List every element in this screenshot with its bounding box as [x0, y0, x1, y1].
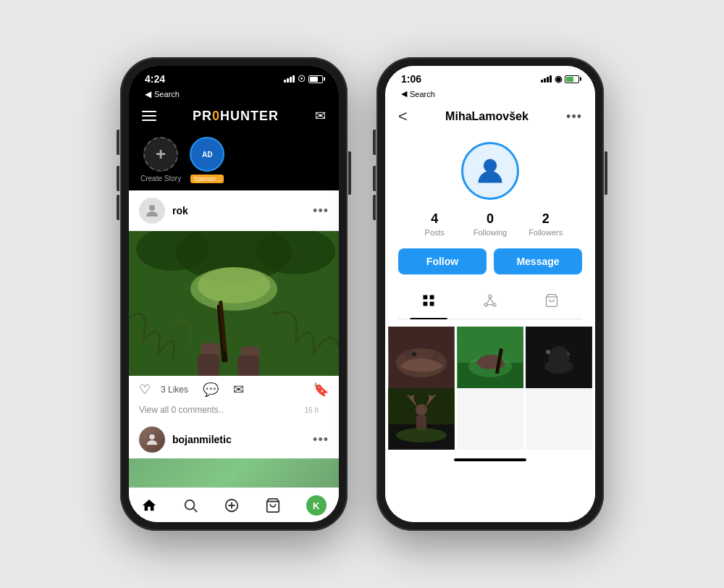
status-time-left: 4:24 [145, 73, 165, 85]
svg-point-14 [185, 500, 195, 510]
left-phone-screen: 4:24 ☉ ◀ Search [129, 66, 339, 522]
svg-rect-21 [424, 295, 428, 300]
svg-point-26 [484, 303, 487, 306]
photo-cell-4[interactable] [388, 388, 455, 450]
wifi-icon: ☉ [298, 74, 306, 84]
posts-label: Posts [407, 228, 463, 237]
user2-avatar[interactable] [139, 427, 165, 453]
right-phone-screen: 1:06 ◉ ◀ Search [385, 66, 595, 522]
comment-icon[interactable]: 💬 [203, 382, 219, 398]
brand-logo: PR0HUNTER [193, 109, 279, 124]
message-button[interactable]: Message [494, 248, 582, 274]
status-bar-left: 4:24 ☉ [129, 66, 339, 89]
svg-point-0 [149, 205, 155, 211]
hamburger-menu-icon[interactable] [142, 111, 156, 121]
nav-home-icon[interactable] [141, 497, 157, 513]
followers-label: Followers [518, 228, 573, 237]
signal-icon-right [541, 75, 552, 83]
svg-point-27 [493, 303, 496, 306]
post-image [129, 231, 339, 376]
story-sponsored[interactable]: AD Sponso... [190, 137, 224, 183]
svg-point-41 [544, 359, 573, 374]
tab-grid[interactable] [398, 286, 460, 319]
status-time-right: 1:06 [401, 73, 421, 85]
status-icons-right: ◉ [541, 74, 579, 84]
svg-rect-24 [430, 302, 434, 306]
following-label: Following [463, 228, 518, 237]
share-icon[interactable]: ✉ [233, 382, 244, 398]
create-story-label: Create Story [140, 175, 181, 182]
profile-username: MihaLamovšek [445, 110, 529, 123]
like-icon[interactable]: ♡ [139, 382, 151, 398]
svg-point-25 [489, 295, 492, 298]
nav-profile-avatar[interactable]: K [306, 495, 327, 516]
signal-icon [284, 75, 295, 83]
bookmark-icon[interactable]: 🔖 [313, 382, 329, 398]
story-create[interactable]: + Create Story [140, 137, 181, 183]
svg-point-46 [416, 404, 427, 416]
follow-button[interactable]: Follow [398, 248, 487, 274]
post-header: rok ••• [129, 190, 339, 231]
likes-count: 3 Likes [161, 385, 188, 395]
battery-icon [308, 75, 323, 83]
feed-area: rok ••• [129, 190, 339, 522]
post-more-options[interactable]: ••• [313, 203, 329, 219]
profile-top-nav: < MihaLamovšek ••• [385, 101, 595, 135]
followers-count: 2 [518, 211, 573, 227]
back-search-right[interactable]: ◀ Search [385, 89, 595, 101]
photo-grid-row2 [385, 388, 595, 450]
send-message-icon[interactable]: ✉ [315, 108, 326, 124]
profile-more-options[interactable]: ••• [566, 109, 582, 125]
top-nav-left: PR0HUNTER ✉ [129, 102, 339, 130]
followers-stat: 2 Followers [518, 211, 573, 237]
chevron-left-icon-right: ◀ [401, 89, 407, 98]
following-stat: 0 Following [463, 211, 518, 237]
nav-shop-icon[interactable] [265, 497, 281, 513]
stories-row: + Create Story AD Sponso... [129, 130, 339, 190]
tab-connect[interactable] [460, 286, 521, 319]
comments-link[interactable]: View all 0 comments.. [139, 405, 224, 415]
status-icons-left: ☉ [284, 74, 323, 84]
photo-grid [385, 319, 595, 388]
svg-point-6 [198, 267, 270, 303]
photo-empty-6 [526, 388, 592, 450]
svg-line-15 [193, 508, 197, 512]
right-phone: 1:06 ◉ ◀ Search [376, 57, 604, 531]
post-actions: ♡ 3 Likes 💬 ✉ 🔖 [129, 376, 339, 403]
next-post-preview [129, 458, 339, 487]
post-username[interactable]: rok [172, 205, 313, 217]
svg-rect-11 [198, 354, 219, 376]
profile-tabs [398, 286, 582, 319]
wifi-icon-right: ◉ [555, 74, 562, 84]
posts-count: 4 [407, 211, 463, 227]
user2-username[interactable]: bojanmiletic [172, 434, 313, 445]
profile-action-buttons: Follow Message [385, 248, 595, 286]
tab-shop[interactable] [521, 286, 582, 319]
svg-point-43 [567, 353, 570, 356]
back-button[interactable]: < [398, 107, 408, 126]
svg-rect-23 [424, 302, 428, 306]
svg-point-48 [396, 428, 447, 442]
photo-cell-3[interactable] [526, 327, 592, 388]
home-bar [454, 458, 526, 461]
nav-add-icon[interactable] [224, 497, 240, 513]
svg-line-29 [490, 298, 493, 303]
svg-point-13 [149, 434, 154, 440]
hamburger-line [142, 111, 156, 112]
user2-more-options[interactable]: ••• [313, 432, 329, 448]
back-search-left[interactable]: ◀ Search [129, 89, 339, 102]
post-time: 16 h [305, 406, 329, 414]
svg-point-20 [484, 159, 497, 172]
hamburger-line [142, 115, 156, 117]
post-meta-row: View all 0 comments.. 16 h [129, 403, 339, 421]
svg-point-34 [412, 352, 416, 356]
chevron-left-icon: ◀ [145, 89, 151, 99]
second-post-header: bojanmiletic ••• [129, 421, 339, 458]
sponsored-story-label: Sponso... [190, 175, 224, 183]
post-avatar[interactable] [139, 198, 165, 224]
photo-cell-1[interactable] [388, 327, 455, 388]
photo-cell-2[interactable] [457, 327, 523, 388]
nav-search-icon[interactable] [182, 497, 198, 513]
following-count: 0 [463, 211, 518, 227]
sponsored-story-circle: AD [190, 137, 224, 172]
